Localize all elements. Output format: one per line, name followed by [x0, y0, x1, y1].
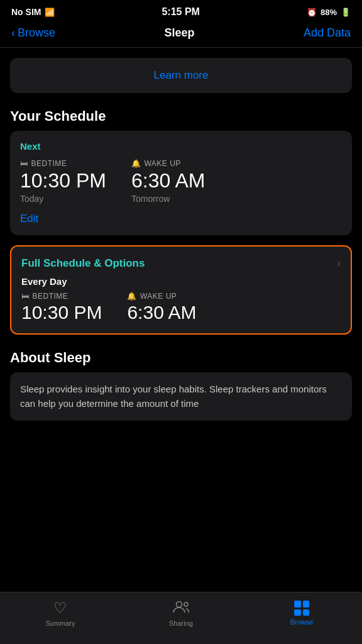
people-icon [173, 599, 189, 617]
bed-icon: 🛏 [20, 159, 28, 168]
battery-icon: 🔋 [341, 8, 351, 17]
about-sleep-card: Sleep provides insight into your sleep h… [10, 372, 352, 421]
svg-point-1 [184, 602, 188, 606]
chevron-right-icon: › [337, 257, 341, 270]
wakeup-col: 🔔 WAKE UP 6:30 AM Tomorrow [131, 159, 205, 204]
about-sleep-title: About Sleep [0, 335, 362, 372]
your-schedule-title: Your Schedule [0, 93, 362, 131]
tab-browse[interactable]: Browse [241, 601, 362, 626]
about-sleep-text: Sleep provides insight into your sleep h… [20, 382, 342, 411]
page-title: Sleep [164, 26, 194, 40]
full-bed-icon: 🛏 [21, 292, 30, 301]
nav-bar: ‹ Browse Sleep Add Data [0, 21, 362, 48]
tab-summary[interactable]: ♡ Summary [0, 599, 121, 627]
full-wakeup-col: 🔔 WAKE UP 6:30 AM [127, 292, 196, 323]
full-schedule-subtitle: Every Day [21, 276, 341, 287]
full-schedule-title: Full Schedule & Options [21, 257, 145, 270]
status-right: ⏰ 88% 🔋 [307, 8, 351, 17]
full-schedule-times: 🛏 BEDTIME 10:30 PM 🔔 WAKE UP 6:30 AM [21, 292, 341, 323]
back-label: Browse [18, 26, 55, 40]
full-bedtime-time: 10:30 PM [21, 302, 102, 323]
full-schedule-card[interactable]: Full Schedule & Options › Every Day 🛏 BE… [10, 245, 352, 335]
wakeup-text: WAKE UP [144, 159, 180, 168]
full-wakeup-time: 6:30 AM [127, 302, 196, 323]
full-bedtime-text: BEDTIME [33, 292, 69, 301]
browse-grid-icon [294, 601, 309, 616]
full-bell-icon: 🔔 [127, 292, 137, 301]
sharing-tab-label: Sharing [169, 619, 193, 627]
wakeup-label: 🔔 WAKE UP [131, 159, 205, 168]
schedule-times-row: 🛏 BEDTIME 10:30 PM Today 🔔 WAKE UP 6:30 … [20, 159, 342, 204]
battery-label: 88% [321, 8, 337, 17]
status-bar: No SIM 📶 5:15 PM ⏰ 88% 🔋 [0, 0, 362, 21]
browse-tab-label: Browse [290, 618, 314, 626]
full-bedtime-col: 🛏 BEDTIME 10:30 PM [21, 292, 102, 323]
next-label: Next [20, 141, 342, 152]
status-time: 5:15 PM [162, 6, 199, 18]
tab-sharing[interactable]: Sharing [121, 599, 241, 627]
summary-tab-label: Summary [45, 619, 75, 627]
wakeup-day: Tomorrow [131, 194, 205, 204]
add-data-button[interactable]: Add Data [304, 26, 351, 40]
schedule-card: Next 🛏 BEDTIME 10:30 PM Today 🔔 WAKE UP … [10, 131, 352, 235]
bedtime-day: Today [20, 194, 106, 204]
full-wakeup-label: 🔔 WAKE UP [127, 292, 196, 301]
learn-more-link[interactable]: Learn more [154, 69, 209, 81]
chevron-left-icon: ‹ [11, 26, 15, 40]
bedtime-col: 🛏 BEDTIME 10:30 PM Today [20, 159, 106, 204]
full-schedule-header: Full Schedule & Options › [21, 257, 341, 270]
wakeup-time: 6:30 AM [131, 169, 205, 192]
back-button[interactable]: ‹ Browse [11, 26, 55, 40]
bedtime-text: BEDTIME [31, 159, 67, 168]
bedtime-label: 🛏 BEDTIME [20, 159, 106, 168]
svg-point-0 [177, 602, 182, 608]
edit-button[interactable]: Edit [20, 213, 342, 225]
status-left: No SIM 📶 [11, 7, 55, 17]
learn-more-card: Learn more [10, 58, 352, 93]
alarm-icon: ⏰ [307, 8, 317, 17]
bedtime-time: 10:30 PM [20, 169, 106, 192]
full-wakeup-text: WAKE UP [140, 292, 177, 301]
carrier-label: No SIM [11, 7, 41, 17]
full-bedtime-label: 🛏 BEDTIME [21, 292, 102, 301]
tab-bar: ♡ Summary Sharing Browse [0, 592, 362, 644]
bell-icon: 🔔 [131, 159, 141, 168]
heart-icon: ♡ [53, 599, 67, 617]
main-content: Learn more Your Schedule Next 🛏 BEDTIME … [0, 58, 362, 421]
wifi-icon: 📶 [45, 8, 55, 17]
